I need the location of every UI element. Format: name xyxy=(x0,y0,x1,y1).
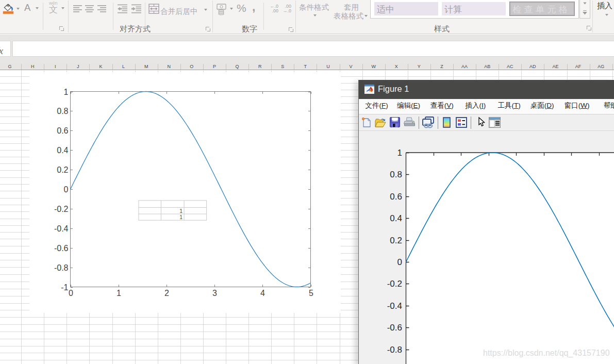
svg-text:0: 0 xyxy=(64,185,69,194)
svg-text:0.6: 0.6 xyxy=(57,126,68,135)
svg-text:1: 1 xyxy=(117,289,121,297)
svg-text:1: 1 xyxy=(179,214,182,220)
svg-text:5: 5 xyxy=(309,289,313,297)
svg-text:0: 0 xyxy=(69,289,73,297)
svg-text:3: 3 xyxy=(212,289,217,297)
svg-text:0.2: 0.2 xyxy=(57,166,68,174)
svg-text:4: 4 xyxy=(260,289,265,297)
svg-text:1: 1 xyxy=(179,208,182,214)
svg-text:-0.8: -0.8 xyxy=(54,263,69,272)
svg-text:2: 2 xyxy=(164,289,169,297)
svg-text:-0.4: -0.4 xyxy=(54,224,69,233)
svg-text:0.8: 0.8 xyxy=(57,107,68,115)
svg-text:1: 1 xyxy=(64,88,69,96)
svg-text:-0.6: -0.6 xyxy=(54,244,69,253)
svg-text:0.4: 0.4 xyxy=(57,146,68,155)
svg-text:-0.2: -0.2 xyxy=(54,205,69,213)
svg-text:-1: -1 xyxy=(61,283,68,292)
